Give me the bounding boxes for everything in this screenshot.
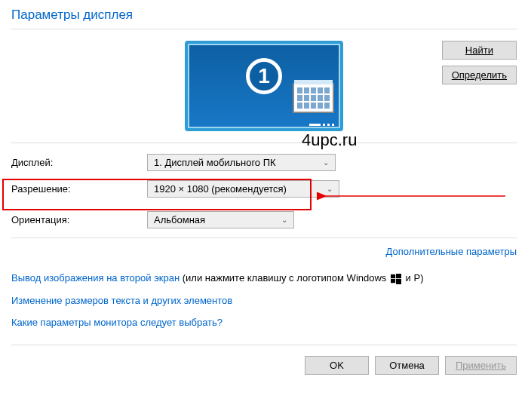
resolution-label: Разрешение: bbox=[11, 183, 147, 195]
resolution-dropdown[interactable]: 1920 × 1080 (рекомендуется) ⌄ bbox=[147, 180, 339, 198]
orientation-dropdown-value: Альбомная bbox=[154, 214, 205, 225]
resolution-dropdown-value: 1920 × 1080 (рекомендуется) bbox=[154, 183, 287, 195]
svg-rect-3 bbox=[396, 274, 401, 278]
second-screen-link[interactable]: Вывод изображения на второй экран bbox=[11, 272, 180, 284]
apply-button[interactable]: Применить bbox=[445, 356, 517, 375]
monitor-number-badge: 1 bbox=[246, 58, 282, 94]
chevron-down-icon: ⌄ bbox=[327, 185, 333, 193]
monitor-preview[interactable]: 1 bbox=[185, 41, 343, 131]
second-screen-hint-post: и P) bbox=[403, 272, 424, 284]
which-settings-link[interactable]: Какие параметры монитора следует выбрать… bbox=[11, 317, 223, 328]
windows-logo-icon bbox=[391, 274, 401, 284]
svg-rect-2 bbox=[391, 274, 395, 277]
watermark-text: 4upc.ru bbox=[302, 130, 357, 150]
cancel-button[interactable]: Отмена bbox=[375, 356, 439, 375]
orientation-label: Ориентация: bbox=[11, 214, 147, 225]
text-size-link[interactable]: Изменение размеров текста и других элеме… bbox=[11, 295, 232, 306]
orientation-dropdown[interactable]: Альбомная ⌄ bbox=[147, 211, 294, 228]
display-dropdown[interactable]: 1. Дисплей мобильного ПК ⌄ bbox=[147, 154, 336, 171]
desktop-preview-icon bbox=[293, 83, 334, 113]
find-button[interactable]: Найти bbox=[442, 41, 517, 60]
detect-button[interactable]: Определить bbox=[442, 66, 517, 84]
svg-rect-5 bbox=[396, 279, 401, 284]
svg-rect-4 bbox=[391, 279, 395, 283]
monitor-preview-section: 1 Найти Определить bbox=[11, 29, 517, 143]
page-title: Параметры дисплея bbox=[11, 8, 517, 23]
display-dropdown-value: 1. Дисплей мобильного ПК bbox=[154, 157, 276, 168]
display-label: Дисплей: bbox=[11, 157, 147, 168]
second-screen-hint-pre: (или нажмите клавишу с логотипом Windows bbox=[180, 272, 389, 284]
advanced-settings-link[interactable]: Дополнительные параметры bbox=[385, 246, 517, 257]
ok-button[interactable]: OK bbox=[305, 356, 369, 375]
chevron-down-icon: ⌄ bbox=[281, 216, 287, 224]
chevron-down-icon: ⌄ bbox=[323, 158, 329, 167]
